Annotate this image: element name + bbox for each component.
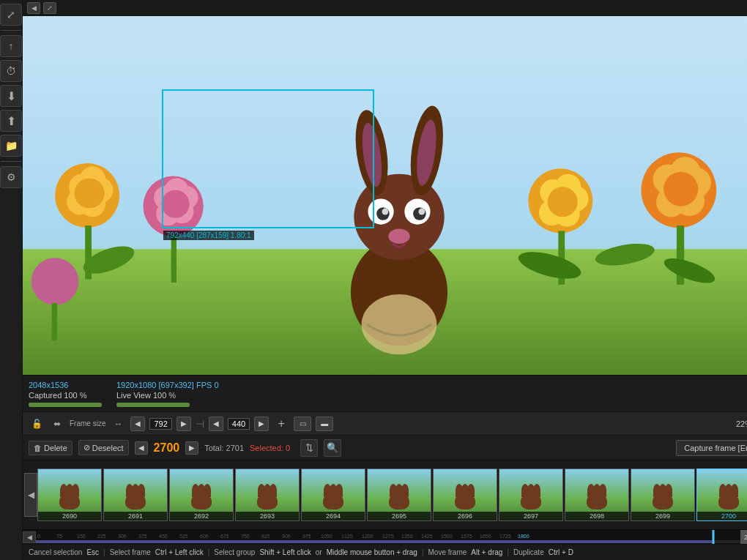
- capture-frame-btn[interactable]: Capture frame [Enter]: [676, 440, 747, 456]
- svg-text:450: 450: [159, 534, 168, 539]
- source-resolution: 2048x1536: [29, 381, 102, 389]
- filmstrip-area: ◀ 2690 2691 2692: [23, 460, 747, 529]
- middle-mouse-key: Middle mouse button + drag: [327, 548, 417, 556]
- svg-text:825: 825: [261, 534, 270, 539]
- svg-text:150: 150: [77, 534, 86, 539]
- svg-text:1350: 1350: [401, 534, 413, 539]
- lock-icon: 🔓: [29, 416, 45, 432]
- svg-text:750: 750: [241, 534, 250, 539]
- list-item[interactable]: 2696: [433, 468, 497, 521]
- width-next-btn[interactable]: ▶: [176, 417, 191, 431]
- timeline-controls: 🗑 Delete ⊘ Deselect ◀ 2700 ▶ Total: 2701…: [23, 435, 747, 460]
- timeline-ruler: 0 75 150 225 300 375 450 525 600 675 750…: [36, 530, 740, 544]
- settings-tool-btn[interactable]: ⚙: [0, 166, 22, 188]
- svg-point-31: [362, 294, 437, 354]
- svg-text:525: 525: [179, 534, 188, 539]
- svg-text:600: 600: [200, 534, 209, 539]
- svg-text:375: 375: [138, 534, 147, 539]
- select-group-key: Shift + Left click: [259, 548, 311, 556]
- frame-indicator: 2700: [740, 530, 747, 544]
- top-bar: ◀ ⤢: [23, 0, 747, 16]
- top-prev-btn[interactable]: ◀: [27, 2, 40, 14]
- ruler-svg: 0 75 150 225 300 375 450 525 600 675 750…: [36, 530, 740, 544]
- svg-text:1275: 1275: [382, 534, 394, 539]
- selection-dimensions: 792x440 [287x159] 1.80:1: [163, 231, 254, 240]
- list-item[interactable]: 2691: [103, 468, 168, 521]
- live-progress-fill: [116, 403, 190, 407]
- frame-size-label: Frame size: [70, 419, 105, 428]
- filmstrip-prev-btn[interactable]: ◀: [24, 473, 37, 517]
- current-frame-num: 2700: [154, 441, 180, 455]
- svg-point-48: [31, 258, 79, 305]
- filmstrip-frames: 2690 2691 2692 2693: [37, 460, 747, 529]
- svg-rect-17: [171, 234, 176, 283]
- move-frame-key: Alt + drag: [471, 548, 502, 556]
- expand-tool-btn[interactable]: ⤢: [0, 4, 22, 26]
- height-prev-btn[interactable]: ◀: [209, 417, 223, 431]
- live-resolution: 1920x1080 [697x392] FPS 0: [116, 381, 219, 389]
- zoom-level: 22%: [736, 419, 747, 428]
- height-next-btn[interactable]: ▶: [254, 417, 269, 431]
- import-tool-btn[interactable]: ⬆: [0, 110, 22, 132]
- list-item[interactable]: 2694: [301, 468, 365, 521]
- trash-icon: 🗑: [34, 444, 42, 452]
- svg-text:75: 75: [56, 534, 62, 539]
- selection-rectangle[interactable]: 792x440 [287x159] 1.80:1: [162, 89, 374, 228]
- timeline-scroll-left[interactable]: ◀: [23, 531, 36, 543]
- svg-text:1425: 1425: [421, 534, 433, 539]
- select-frame-key: Ctrl + Left click: [155, 548, 204, 556]
- delete-label: Delete: [44, 444, 67, 452]
- download-tool-btn[interactable]: ⬇: [0, 85, 22, 107]
- duplicate-label: Duplicate: [513, 548, 544, 556]
- svg-text:1500: 1500: [441, 534, 453, 539]
- width-prev-btn[interactable]: ◀: [130, 417, 145, 431]
- list-item[interactable]: 2697: [499, 468, 563, 521]
- live-info: 1920x1080 [697x392] FPS 0 Live View 100 …: [116, 381, 219, 407]
- or-text: or: [316, 548, 322, 556]
- svg-text:1200: 1200: [362, 534, 374, 539]
- frame-size-icon: ⬌: [49, 416, 65, 432]
- list-item[interactable]: 2693: [235, 468, 300, 521]
- svg-point-29: [418, 209, 425, 215]
- selected-frames: Selected: 0: [250, 444, 290, 452]
- arrow-tool-btn[interactable]: ↑: [0, 35, 22, 57]
- list-item[interactable]: 2690: [37, 468, 102, 521]
- prev-frame-btn[interactable]: ◀: [135, 441, 148, 455]
- svg-text:900: 900: [282, 534, 291, 539]
- top-expand-btn[interactable]: ⤢: [43, 2, 56, 14]
- svg-text:225: 225: [97, 534, 106, 539]
- frame-controls-bar: 🔓 ⬌ Frame size ↔ ◀ 792 ▶ ⊣ ◀ 440 ▶ + ▭ ▬…: [23, 411, 747, 435]
- svg-text:1575: 1575: [461, 534, 472, 539]
- frame-width-value: 792: [149, 418, 171, 430]
- list-item[interactable]: 2692: [169, 468, 234, 521]
- deselect-btn[interactable]: ⊘ Deselect: [78, 440, 129, 455]
- frame-height-value: 440: [228, 418, 250, 430]
- video-info-bar: 2048x1536 Captured 100 % 1920x1080 [697x…: [23, 375, 747, 411]
- svg-rect-56: [36, 540, 712, 543]
- next-frame-btn[interactable]: ▶: [185, 441, 198, 455]
- source-progress-fill: [29, 403, 102, 407]
- toolbar-separator2: [1, 161, 21, 162]
- list-item[interactable]: 2700: [696, 468, 747, 521]
- live-view-label: Live View 100 %: [116, 391, 219, 400]
- list-item[interactable]: 2698: [565, 468, 629, 521]
- sort-icon-btn[interactable]: ⇅: [300, 439, 318, 457]
- timeline-ruler-row: ◀ 0 75 150 225: [23, 529, 747, 544]
- zoom-icon-btn[interactable]: 🔍: [324, 439, 341, 457]
- svg-rect-57: [712, 530, 714, 544]
- status-bar: Cancel selection Esc | Select frame Ctrl…: [23, 544, 747, 560]
- svg-point-38: [548, 187, 578, 217]
- fit-height-btn[interactable]: ▬: [316, 417, 333, 431]
- list-item[interactable]: 2699: [631, 468, 695, 521]
- svg-rect-49: [52, 303, 57, 340]
- svg-text:1050: 1050: [321, 534, 332, 539]
- clock-tool-btn[interactable]: ⏱: [0, 60, 22, 82]
- cancel-key: Esc: [86, 548, 99, 556]
- list-item[interactable]: 2695: [367, 468, 431, 521]
- folder-tool-btn[interactable]: 📁: [0, 135, 22, 157]
- fit-width-btn[interactable]: ▭: [294, 417, 311, 431]
- video-viewport[interactable]: 792x440 [287x159] 1.80:1: [23, 16, 747, 375]
- delete-btn[interactable]: 🗑 Delete: [29, 441, 73, 455]
- main-area: ◀ ⤢: [23, 0, 747, 560]
- total-frames: Total: 2701: [204, 444, 244, 452]
